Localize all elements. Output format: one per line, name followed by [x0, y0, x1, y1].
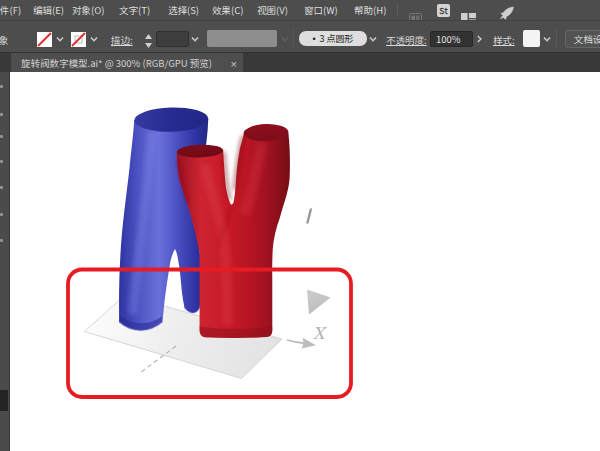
artboard-artwork: X — [0, 72, 600, 451]
opacity-input[interactable]: 100% — [430, 31, 473, 47]
width-profile-dropdown[interactable] — [207, 30, 277, 47]
document-tab-title: 旋转阀数字模型.ai* @ 300% (RGB/GPU 预览) — [21, 53, 212, 73]
brush-name: 3 点圆形 — [320, 32, 354, 45]
play-triangle-icon — [307, 290, 331, 315]
fill-chevron-icon[interactable] — [56, 37, 64, 42]
tab-close-icon[interactable]: × — [231, 53, 237, 73]
stroke-weight-stepper[interactable] — [144, 30, 153, 46]
menu-bar: 件(F) 编辑(E) 对象(O) 文字(T) 选择(S) 效果(C) 视图(V)… — [0, 0, 600, 20]
fill-color-swatch[interactable] — [37, 32, 52, 47]
document-setup-button[interactable]: 文档设 — [565, 30, 600, 48]
menu-effect[interactable]: 效果(C) — [212, 0, 243, 20]
style-swatch[interactable] — [523, 30, 540, 47]
stroke-weight-chevron-icon[interactable] — [191, 37, 199, 42]
tab-bar: 旋转阀数字模型.ai* @ 300% (RGB/GPU 预览) × — [0, 52, 600, 72]
stroke-weight-value[interactable] — [156, 31, 189, 47]
width-profile-chevron-icon[interactable] — [281, 37, 289, 42]
x-axis-label: X — [313, 324, 327, 343]
menu-view[interactable]: 视图(V) — [257, 0, 288, 20]
brush-bullet: • — [312, 32, 315, 45]
menu-help[interactable]: 帮助(H) — [354, 0, 386, 20]
style-chevron-icon[interactable] — [543, 37, 551, 42]
menu-object[interactable]: 对象(O) — [72, 0, 104, 20]
controlbar-separator — [293, 29, 294, 47]
stroke-color-swatch[interactable] — [71, 32, 86, 47]
document-canvas[interactable]: X — [0, 72, 600, 451]
opacity-submenu-icon[interactable] — [477, 35, 485, 40]
controlbar-separator-2 — [556, 29, 557, 47]
control-bar: 象 描边: • 3 点圆形 不透明度: 100% 样式: 文档设 — [0, 20, 600, 52]
menubar-separator — [397, 4, 398, 15]
menu-edit[interactable]: 编辑(E) — [33, 0, 64, 20]
selection-type-label: 象 — [0, 33, 9, 47]
style-label[interactable]: 样式: — [493, 33, 515, 47]
menu-window[interactable]: 窗口(W) — [304, 0, 338, 20]
gray-slash-mark — [308, 210, 311, 223]
opacity-label[interactable]: 不透明度: — [386, 33, 427, 47]
x-axis-arrow — [287, 338, 316, 349]
stroke-weight-label[interactable]: 描边: — [111, 33, 133, 47]
brush-chevron-icon[interactable] — [369, 37, 377, 42]
menu-type[interactable]: 文字(T) — [119, 0, 150, 20]
brush-definition-dropdown[interactable]: • 3 点圆形 — [299, 31, 367, 46]
menu-select[interactable]: 选择(S) — [168, 0, 199, 20]
adobe-stock-icon[interactable]: St — [437, 4, 450, 17]
document-tab[interactable]: 旋转阀数字模型.ai* @ 300% (RGB/GPU 预览) × — [11, 53, 243, 73]
menu-file[interactable]: 件(F) — [0, 0, 21, 20]
stroke-chevron-icon[interactable] — [90, 37, 98, 42]
